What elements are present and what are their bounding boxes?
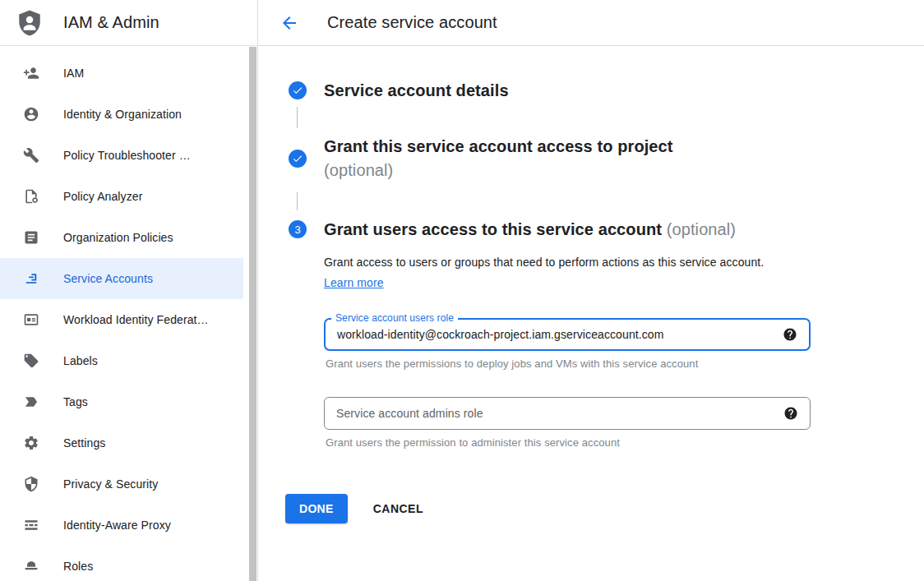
sidebar-item-policy-troubleshooter[interactable]: Policy Troubleshooter … (0, 135, 243, 176)
label-icon (23, 353, 39, 369)
step3-body: Grant access to users or groups that nee… (324, 252, 924, 449)
account-circle-icon (23, 106, 39, 122)
step1-title: Service account details (324, 81, 509, 100)
back-button[interactable] (280, 13, 299, 33)
sidebar-item-label: Identity-Aware Proxy (63, 519, 171, 532)
form-actions: DONE CANCEL (285, 494, 924, 523)
stepper: Service account details Grant this servi… (258, 46, 924, 523)
sidebar-item-service-accounts[interactable]: Service Accounts (0, 258, 243, 299)
article-icon (23, 229, 39, 246)
step-connector (297, 107, 298, 128)
main-header: Create service account (258, 0, 924, 46)
step1-check-icon (289, 81, 307, 99)
admins-role-field-box (324, 397, 811, 430)
step3-number-badge: 3 (289, 220, 307, 238)
step2-optional-label: (optional) (324, 159, 673, 182)
sidebar-item-label: Workload Identity Federat… (63, 313, 209, 326)
main-panel: Create service account Service account d… (257, 0, 924, 581)
step2-check-icon (289, 150, 307, 168)
iam-admin-shield-icon (16, 9, 44, 37)
sidebar-header: IAM & Admin (0, 0, 257, 46)
step-service-account-details: Service account details (258, 81, 924, 100)
sidebar: IAM & Admin IAMIdentity & OrganizationPo… (0, 0, 257, 581)
sidebar-item-label: IAM (63, 67, 84, 80)
sidebar-title: IAM & Admin (63, 13, 159, 32)
users-role-floating-label: Service account users role (331, 311, 458, 325)
sidebar-item-label: Identity & Organization (63, 108, 182, 121)
users-role-field: Service account users role Grant users t… (324, 318, 811, 370)
shield-icon (23, 476, 39, 492)
step-connector (297, 192, 298, 210)
step2-title: Grant this service account access to pro… (324, 135, 673, 159)
sidebar-item-identity-organization[interactable]: Identity & Organization (0, 94, 243, 135)
sidebar-item-labels[interactable]: Labels (0, 340, 243, 381)
wrench-icon (23, 147, 39, 164)
admins-role-helper-text: Grant users the permission to administer… (326, 436, 811, 449)
sidebar-item-label: Privacy & Security (63, 477, 158, 491)
step3-optional-label: (optional) (667, 220, 736, 238)
sidebar-item-identity-aware-proxy[interactable]: Identity-Aware Proxy (0, 505, 243, 546)
sidebar-item-roles[interactable]: Roles (0, 546, 243, 581)
sidebar-scrollbar[interactable] (249, 47, 256, 581)
service-account-admins-role-input[interactable] (336, 407, 775, 420)
step-grant-access-to-project: Grant this service account access to pro… (258, 135, 924, 182)
sidebar-item-iam[interactable]: IAM (0, 53, 243, 94)
learn-more-link[interactable]: Learn more (324, 276, 384, 289)
proxy-icon (23, 517, 39, 533)
service-account-users-role-input[interactable] (337, 328, 774, 341)
step-grant-users-access: 3 Grant users access to this service acc… (258, 220, 924, 239)
sidebar-item-label: Service Accounts (63, 272, 153, 285)
sidebar-item-workload-identity-federat[interactable]: Workload Identity Federat… (0, 299, 243, 340)
help-icon[interactable] (783, 406, 798, 421)
card-icon (23, 311, 39, 328)
arrow-back-icon (280, 13, 299, 33)
sidebar-item-privacy-security[interactable]: Privacy & Security (0, 463, 243, 505)
create-service-account-page: IAM & Admin IAMIdentity & OrganizationPo… (0, 0, 924, 581)
sidebar-item-label: Settings (63, 436, 105, 450)
gear-icon (23, 435, 39, 451)
hat-icon (23, 558, 39, 574)
step3-number: 3 (294, 224, 300, 235)
sidebar-item-label: Roles (63, 560, 93, 573)
sidebar-item-tags[interactable]: Tags (0, 381, 243, 422)
tag-arrow-icon (23, 394, 39, 410)
sidebar-item-label: Policy Analyzer (63, 190, 142, 203)
users-role-helper-text: Grant users the permissions to deploy jo… (326, 357, 811, 370)
help-icon[interactable] (783, 327, 797, 342)
sidebar-item-label: Labels (63, 354, 98, 367)
admins-role-field: Grant users the permission to administer… (324, 397, 811, 449)
sidebar-item-label: Tags (63, 395, 88, 408)
sidebar-item-settings[interactable]: Settings (0, 422, 243, 463)
step3-description: Grant access to users or groups that nee… (324, 252, 783, 293)
sidebar-item-organization-policies[interactable]: Organization Policies (0, 217, 243, 258)
sidebar-item-label: Policy Troubleshooter … (63, 149, 191, 162)
sidebar-item-label: Organization Policies (63, 231, 173, 244)
service-account-icon (23, 270, 39, 287)
person-add-icon (23, 65, 39, 81)
sidebar-item-policy-analyzer[interactable]: Policy Analyzer (0, 176, 243, 217)
done-button[interactable]: DONE (285, 494, 348, 523)
step3-title: Grant users access to this service accou… (324, 220, 736, 239)
policy-analyzer-icon (23, 188, 39, 205)
cancel-button[interactable]: CANCEL (373, 502, 423, 515)
page-title: Create service account (327, 13, 497, 32)
sidebar-nav: IAMIdentity & OrganizationPolicy Trouble… (0, 46, 243, 581)
